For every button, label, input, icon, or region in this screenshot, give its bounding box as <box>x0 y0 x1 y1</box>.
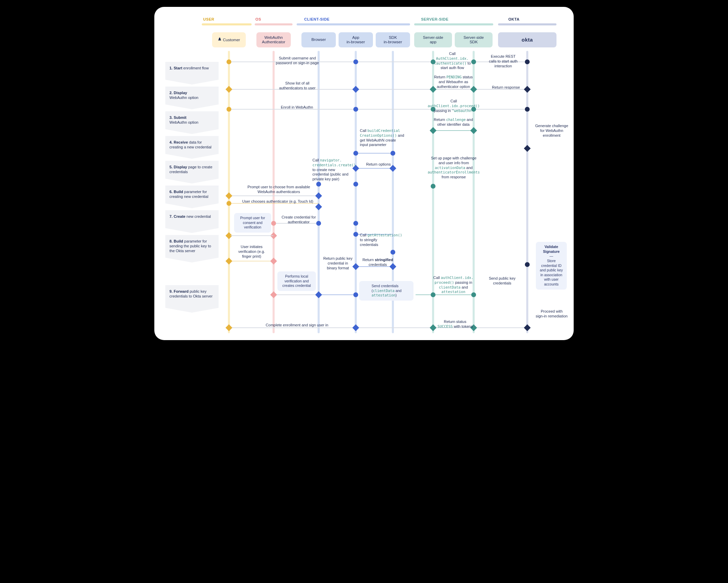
node-user-8b <box>225 258 232 265</box>
lane-okta: okta <box>498 32 556 47</box>
swimlane-browser <box>318 51 320 333</box>
node-srv-3b <box>430 127 437 134</box>
node-okta-9 <box>525 262 530 267</box>
note-validate: ValidateSignature—Storecredential IDand … <box>536 242 567 290</box>
node-app-7 <box>353 221 358 226</box>
node-os-7 <box>271 221 276 226</box>
ann-navcreate: Call navigator.credentials.create()to cr… <box>312 158 354 182</box>
ann-setup: Set up page with challengeand user info … <box>424 156 483 180</box>
node-app-9 <box>353 292 358 297</box>
ann-pending: Return PENDING statusand Webauthn asauth… <box>429 75 477 89</box>
node-okta-3 <box>525 107 530 112</box>
section-os-bar <box>255 23 293 25</box>
ann-authclient: CallAuthClient.idx.tauthenticate() tosta… <box>429 52 476 70</box>
node-brw-6c <box>315 203 322 210</box>
node-app-5b <box>353 182 358 187</box>
node-user-2 <box>225 86 232 93</box>
ann-sendpub: Send public keycredentials <box>482 276 523 286</box>
node-sdkcl-4 <box>390 151 395 156</box>
node-brw-6a <box>316 182 321 187</box>
edge-retchal <box>433 130 473 131</box>
ann-genchallenge: Generate challengefor WebAuthnenrollment <box>531 124 572 138</box>
ann-getatt: Call getAttestation()to stringifycredent… <box>360 233 405 247</box>
swimlane-customer <box>228 51 230 333</box>
node-user-3 <box>227 107 231 112</box>
section-okta-label: OKTA <box>508 17 519 21</box>
swimlane-okta <box>526 51 528 333</box>
lane-browser: Browser <box>301 32 336 47</box>
section-os-label: OS <box>255 17 261 21</box>
person-icon <box>218 37 222 41</box>
node-app-4 <box>353 151 358 156</box>
ann-retpub: Return public keycredential inbinary for… <box>318 256 358 270</box>
swimlane-app <box>355 51 357 333</box>
node-okta-1 <box>525 59 530 64</box>
node-app-10 <box>352 324 359 331</box>
ann-success: Return statusSUCCESS with tokens <box>433 319 477 329</box>
ann-retstr: Return stringifiedcredentials <box>361 258 395 267</box>
node-sdkcl-8 <box>390 250 395 255</box>
node-srv-setup-out <box>431 184 435 189</box>
edge-buildcred <box>356 153 392 154</box>
ann-prompt: Prompt user to choose from availableWebA… <box>241 185 317 194</box>
section-server-label: SERVER-SIDE <box>421 17 449 21</box>
node-app-2 <box>352 86 359 93</box>
section-server-bar <box>414 23 493 25</box>
node-os-9 <box>270 291 277 298</box>
ann-remediation: Proceed withsign-in remediation <box>531 309 572 319</box>
ann-verify: User initiatesverification (e.g.finger p… <box>233 245 271 259</box>
step-1: 1. Start enrollment flow <box>165 62 219 85</box>
ann-rest: Execute RESTcalls to start authinteracti… <box>484 54 522 68</box>
ann-buildcred: Call buildCredentialCreationOptions() an… <box>360 128 408 147</box>
edge-verify <box>230 261 273 261</box>
step-2: 2. Display WebAuthn option <box>165 87 219 109</box>
step-5: 5. Display page to create credentials <box>165 161 219 183</box>
lane-customer: Customer <box>212 32 246 47</box>
node-user-1 <box>227 59 231 64</box>
step-7: 7. Create new credential <box>165 210 219 233</box>
edge-fwd-c <box>416 294 474 295</box>
lane-sdk: SDKin-browser <box>376 32 410 47</box>
diagram-canvas: USER OS CLIENT-SIDE SERVER-SIDE OKTA Cus… <box>154 7 574 340</box>
section-user-bar <box>202 23 252 25</box>
ann-retopt: Return options <box>361 162 396 167</box>
note-localverify: Performs localverification andcreates cr… <box>277 271 316 291</box>
edge-prompt <box>230 195 319 196</box>
lane-webauthn: WebAuthnAuthenticator <box>256 32 291 47</box>
section-user-label: USER <box>203 17 214 21</box>
section-client-label: CLIENT-SIDE <box>304 17 330 21</box>
step-3: 3. Submit WebAuthn option <box>165 111 219 134</box>
ann-retchallenge: Return challenge andother identifier dat… <box>429 117 477 127</box>
node-user-6 <box>225 192 232 199</box>
step-8: 8. Build parameter for sending the publi… <box>165 235 219 262</box>
node-os-8 <box>270 258 277 265</box>
edge-fwd-a <box>274 294 319 295</box>
node-okta-3b <box>524 145 531 152</box>
edge-userinit <box>231 235 273 236</box>
note-sendcreds: Send credentials(clientData and attestat… <box>359 281 413 301</box>
edge-retopt <box>356 168 392 169</box>
lane-serverapp: Server-sideapp <box>414 32 452 47</box>
ann-proceed: Call authClient.idx.proceed()passing in … <box>424 99 483 113</box>
node-brw-9 <box>315 291 322 298</box>
edge-fwd-b <box>319 294 356 295</box>
lane-app: Appin-browser <box>339 32 373 47</box>
node-user-6b <box>227 201 231 206</box>
section-client-bar <box>297 23 410 25</box>
ann-retresp: Return response <box>487 85 525 90</box>
node-app-1 <box>353 59 358 64</box>
step-6: 6. Build parameter for creating new cred… <box>165 186 219 208</box>
ann-choose: User chooses authenticator (e.g. Touch I… <box>235 199 321 204</box>
ann-complete: Complete enrollment and sign user in <box>254 323 340 328</box>
lane-serversdk: Server-sideSDK <box>455 32 493 47</box>
ann-showlist: Show list of allauthenticators to user <box>270 81 325 91</box>
node-app-8 <box>353 232 358 237</box>
ann-createcred: Create credential forauthenticator <box>278 215 319 225</box>
step-9: 9. Forward public key credentials to Okt… <box>165 285 219 313</box>
ann-enroll: Enroll in WebAuthn <box>275 105 319 110</box>
node-app-3 <box>353 107 358 112</box>
node-user-10 <box>225 324 232 331</box>
node-okta-2 <box>524 86 531 93</box>
section-okta-bar <box>498 23 556 25</box>
node-okta-10 <box>524 324 531 331</box>
